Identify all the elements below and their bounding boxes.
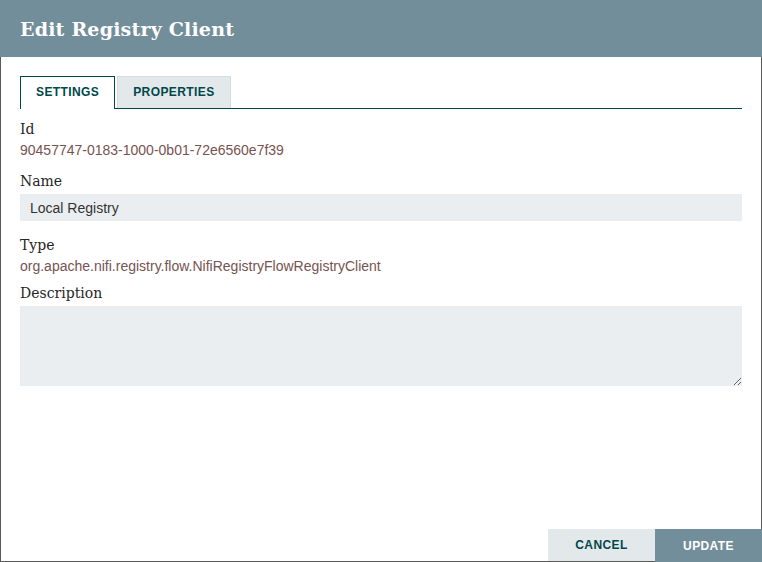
cancel-button[interactable]: CANCEL <box>548 529 655 561</box>
id-label: Id <box>20 121 742 138</box>
name-field: Name <box>20 173 742 221</box>
id-field: Id 90457747-0183-1000-0b01-72e6560e7f39 <box>20 121 742 158</box>
description-textarea[interactable] <box>20 306 742 386</box>
tab-settings[interactable]: SETTINGS <box>20 76 115 109</box>
description-field: Description <box>20 285 742 386</box>
dialog-header: Edit Registry Client <box>0 0 762 57</box>
type-label: Type <box>20 237 742 254</box>
name-input[interactable] <box>20 194 742 221</box>
update-button[interactable]: UPDATE <box>655 529 762 562</box>
type-field: Type org.apache.nifi.registry.flow.NifiR… <box>20 237 742 274</box>
dialog-title: Edit Registry Client <box>20 18 234 40</box>
type-value: org.apache.nifi.registry.flow.NifiRegist… <box>20 258 742 274</box>
tab-properties[interactable]: PROPERTIES <box>117 76 230 108</box>
edit-registry-client-dialog: Edit Registry Client SETTINGS PROPERTIES… <box>0 0 762 562</box>
name-label: Name <box>20 173 742 190</box>
description-label: Description <box>20 285 742 302</box>
dialog-footer: CANCEL UPDATE <box>548 529 762 561</box>
dialog-body: SETTINGS PROPERTIES Id 90457747-0183-100… <box>1 57 761 386</box>
settings-panel: Id 90457747-0183-1000-0b01-72e6560e7f39 … <box>20 109 742 386</box>
id-value: 90457747-0183-1000-0b01-72e6560e7f39 <box>20 142 742 158</box>
tab-bar: SETTINGS PROPERTIES <box>20 76 742 109</box>
